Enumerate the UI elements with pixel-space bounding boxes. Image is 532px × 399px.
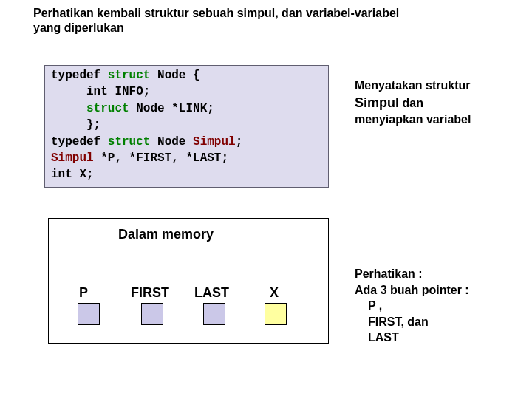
code-l3a [51,102,86,115]
code-l2: int INFO; [51,85,150,98]
code-l4: }; [51,118,100,132]
code-l1a: typedef [51,69,108,82]
code-l6b: *P, *FIRST, *LAST; [94,151,228,165]
cell-first [141,303,163,325]
note2-line1: Perhatikan : [355,267,423,280]
memory-title: Dalam memory [118,227,214,242]
note2-line2: Ada 3 buah pointer : [355,284,469,296]
code-l1c: Node { [150,69,200,82]
code-l3c: Node *LINK; [129,102,214,115]
note-struct-desc: Menyatakan struktur Simpul dan menyiapka… [355,78,517,127]
cell-last [203,303,225,325]
code-l5a: typedef [51,135,108,149]
label-x: X [270,285,279,301]
note2-line5: LAST [355,330,517,346]
code-l7: int X; [51,168,94,181]
slide-title: Perhatikan kembali struktur sebuah simpu… [33,6,403,35]
note2-line3: P , [355,298,517,314]
slide: Perhatikan kembali struktur sebuah simpu… [0,0,532,399]
label-last: LAST [194,285,229,301]
label-p: P [79,285,88,301]
code-l5c: Node [150,135,193,149]
code-l5b: struct [108,135,151,149]
code-box: typedef struct Node { int INFO; struct N… [44,65,329,188]
code-l5d: Simpul [193,135,236,149]
code-l6a: Simpul [51,151,94,165]
note1-line2a: Simpul [355,95,399,110]
code-l3b: struct [86,102,129,115]
note1-line3: menyiapkan variabel [355,113,471,126]
note-pointer-count: Perhatikan : Ada 3 buah pointer : P , FI… [355,266,517,346]
note1-line2b: dan [399,97,423,109]
cell-p [78,303,100,325]
note1-line1: Menyatakan struktur [355,79,471,92]
cell-x [265,303,287,325]
note2-line4: FIRST, dan [355,314,517,330]
label-first: FIRST [131,285,169,301]
code-l1b: struct [108,69,151,82]
code-l5e: ; [236,135,243,149]
